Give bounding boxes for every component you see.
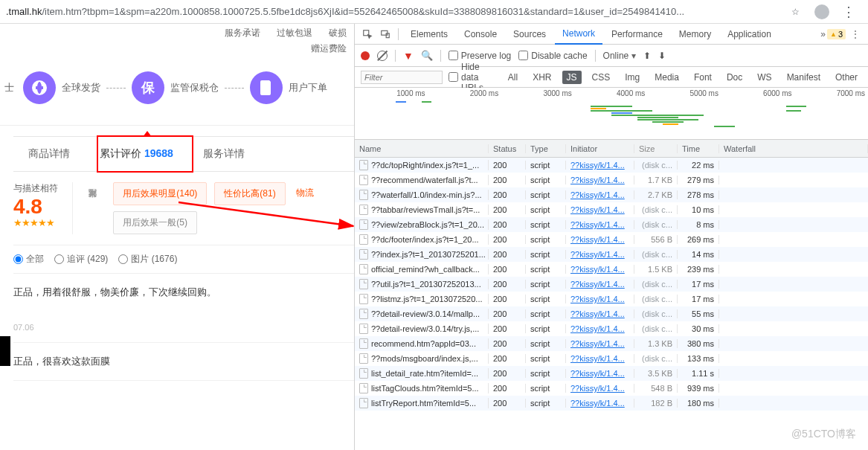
timeline-tick: 1000 ms	[355, 89, 428, 97]
file-icon	[359, 279, 368, 289]
filter-append[interactable]: 追评 (429)	[54, 253, 108, 266]
network-request-row[interactable]: listTagClouds.htm?itemId=5...200script??…	[355, 381, 868, 396]
network-request-row[interactable]: list_detail_rate.htm?itemId=...200script…	[355, 366, 868, 381]
file-icon	[359, 353, 368, 364]
network-toolbar: ▼ 🔍 Preserve log Disable cache Online ⬆ …	[355, 45, 868, 67]
network-request-row[interactable]: ??dc/footer/index.js?t=1_20...200script?…	[355, 232, 868, 247]
filter-css[interactable]: CSS	[588, 71, 615, 84]
record-icon[interactable]	[361, 51, 370, 60]
url-display: .tmall.hk/item.htm?tbpm=1&spm=a220m.1000…	[6, 6, 782, 17]
filter-all[interactable]: 全部	[13, 253, 44, 266]
inspect-icon[interactable]	[359, 26, 376, 42]
more-tabs-icon[interactable]: »	[820, 29, 826, 39]
filter-input[interactable]	[361, 71, 443, 84]
network-table-body[interactable]: ??dc/topRight/index.js?t=1_...200script?…	[355, 158, 868, 450]
preserve-log-checkbox[interactable]: Preserve log	[449, 51, 511, 61]
filter-xhr[interactable]: XHR	[528, 71, 556, 84]
tab-performance[interactable]: Performance	[604, 25, 670, 44]
throttling-select[interactable]: Online	[603, 51, 637, 61]
file-icon	[359, 294, 368, 304]
filter-toggle-icon[interactable]: ▼	[403, 50, 414, 62]
file-icon	[359, 175, 368, 185]
review-tag-normal-effect[interactable]: 用后效果一般(5)	[113, 211, 197, 234]
download-icon[interactable]: ⬇	[658, 51, 666, 61]
tab-product-detail[interactable]: 商品详情	[13, 137, 85, 171]
tab-reviews[interactable]: 累计评价 19688	[85, 137, 188, 171]
network-request-row[interactable]: ??waterfall/1.0/index-min.js?...200scrip…	[355, 187, 868, 202]
filter-ws[interactable]: WS	[753, 71, 776, 84]
file-icon	[359, 398, 368, 408]
file-icon	[359, 205, 368, 215]
network-request-row[interactable]: ??tabbar/reviewsTmall.js?t=...200script?…	[355, 202, 868, 217]
network-request-row[interactable]: ??listmz.js?t=1_2013072520...200script??…	[355, 292, 868, 306]
network-request-row[interactable]: recommend.htm?appId=03...200script??kiss…	[355, 336, 868, 351]
timeline-tick: 4000 ms	[575, 89, 649, 97]
vertical-note: 大家都写到	[88, 182, 98, 234]
timeline-tick: 2000 ms	[428, 89, 502, 97]
file-icon	[359, 160, 368, 170]
network-request-row[interactable]: official_remind?wh_callback...200script?…	[355, 262, 868, 277]
file-icon	[359, 234, 368, 245]
tab-service-detail[interactable]: 服务详情	[188, 137, 260, 171]
browser-menu-icon[interactable]	[841, 4, 856, 19]
filter-js[interactable]: JS	[562, 71, 582, 84]
service-promise-label: 服务承诺	[225, 27, 260, 39]
tab-network[interactable]: Network	[555, 24, 602, 45]
filter-font[interactable]: Font	[689, 71, 716, 84]
network-request-row[interactable]: listTryReport.htm?itemId=5...200script??…	[355, 396, 868, 411]
network-timeline[interactable]: 1000 ms2000 ms3000 ms4000 ms5000 ms6000 …	[355, 88, 868, 140]
shipping-insurance-label: 赠运费险	[311, 42, 347, 55]
file-icon	[359, 264, 368, 274]
upload-icon[interactable]: ⬆	[643, 51, 651, 61]
timeline-tick: 7000 ms	[794, 89, 868, 97]
network-request-row[interactable]: ??detail-review/3.0.14/try.js,...200scri…	[355, 321, 868, 336]
timeline-tick: 5000 ms	[648, 89, 721, 97]
order-icon	[250, 71, 283, 104]
tab-application[interactable]: Application	[720, 25, 779, 44]
globe-icon	[23, 71, 56, 104]
filter-img[interactable]: Img	[620, 71, 644, 84]
devtools-menu-icon[interactable]: ⋮	[847, 26, 864, 42]
network-request-row[interactable]: ??util.js?t=1_201307252013...200script??…	[355, 277, 868, 292]
warning-badge[interactable]: 3	[827, 29, 846, 39]
filter-image[interactable]: 图片 (1676)	[118, 253, 177, 266]
file-icon	[359, 338, 368, 349]
search-icon[interactable]: 🔍	[421, 50, 433, 61]
filter-doc[interactable]: Doc	[722, 71, 747, 84]
review-tag-shipping[interactable]: 物流	[293, 182, 317, 205]
rating-score-block: 与描述相符 4.8 ★★★★★	[13, 182, 73, 234]
review-tag-value[interactable]: 性价比高(81)	[214, 182, 285, 205]
timeline-tick: 6000 ms	[721, 89, 795, 97]
device-toggle-icon[interactable]	[377, 26, 393, 42]
network-filter-bar: Hide data URLs All XHR JS CSS Img Media …	[355, 67, 868, 88]
network-request-row[interactable]: ??index.js?t=1_20130725201...200script??…	[355, 247, 868, 262]
filter-media[interactable]: Media	[650, 71, 684, 84]
disable-cache-checkbox[interactable]: Disable cache	[518, 51, 587, 61]
filter-manifest[interactable]: Manifest	[782, 71, 825, 84]
file-icon	[359, 368, 368, 379]
browser-address-bar: .tmall.hk/item.htm?tbpm=1&spm=a220m.1000…	[0, 0, 868, 24]
tab-console[interactable]: Console	[457, 25, 504, 44]
profile-avatar-icon[interactable]	[814, 4, 829, 19]
network-request-row[interactable]: ??view/zebraBlock.js?t=1_20...200script?…	[355, 217, 868, 232]
network-request-row[interactable]: ??dc/topRight/index.js?t=1_...200script?…	[355, 158, 868, 173]
broken-label: 破损	[329, 27, 347, 39]
tab-memory[interactable]: Memory	[672, 25, 718, 44]
network-table-header: Name Status Type Initiator Size Time Wat…	[355, 140, 868, 158]
network-request-row[interactable]: ??mods/msgboard/index.js,...200script??k…	[355, 351, 868, 366]
network-request-row[interactable]: ??detail-review/3.0.14/mallp...200script…	[355, 306, 868, 321]
file-icon	[359, 219, 368, 230]
review-filters: 全部 追评 (429) 图片 (1676)	[13, 245, 354, 274]
filter-other[interactable]: Other	[831, 71, 862, 84]
clear-icon[interactable]	[377, 51, 388, 61]
filter-all[interactable]: All	[504, 71, 522, 84]
allergy-return-label: 过敏包退	[277, 27, 312, 39]
file-icon	[359, 383, 368, 393]
review-tag-effect[interactable]: 用后效果明显(140)	[113, 182, 207, 205]
network-request-row[interactable]: ??recommend/waterfall.js?t...200script??…	[355, 173, 868, 187]
black-strip	[0, 336, 10, 366]
delivery-flow: 士 全球发货 保 监管保税仓 用户下单	[0, 64, 354, 126]
tab-elements[interactable]: Elements	[403, 25, 455, 44]
tab-sources[interactable]: Sources	[506, 25, 553, 44]
bookmark-star-icon[interactable]: ☆	[788, 4, 803, 19]
